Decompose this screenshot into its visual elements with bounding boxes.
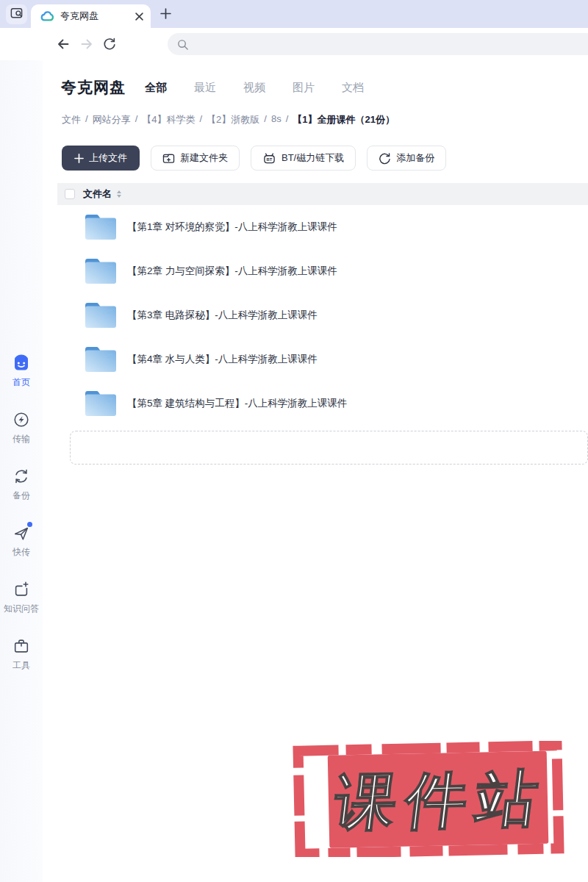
- category-tabs: 全部 最近 视频 图片 文档: [145, 81, 364, 95]
- main-content: 夸克网盘 全部 最近 视频 图片 文档 文件 / 网站分享 / 【4】科学类 /…: [43, 60, 588, 465]
- add-backup-label: 添加备份: [396, 151, 434, 165]
- browser-toolbar: [0, 28, 588, 60]
- breadcrumb-separator: /: [85, 113, 88, 126]
- sidebar-item-label: 工具: [12, 659, 30, 672]
- tab-recent[interactable]: 最近: [194, 81, 216, 95]
- upload-dropzone[interactable]: [70, 431, 588, 465]
- home-smile-icon: [12, 354, 31, 373]
- file-row[interactable]: 【第4章 水与人类】-八上科学浙教上课课件: [57, 337, 588, 381]
- action-buttons: 上传文件 新建文件夹 BT BT/磁力链下载: [62, 146, 588, 171]
- folder-icon: [83, 389, 118, 418]
- breadcrumb-separator: /: [286, 113, 289, 126]
- address-bar[interactable]: [168, 33, 588, 55]
- bt-magnet-download-label: BT/磁力链下载: [282, 151, 344, 165]
- file-row[interactable]: 【第5章 建筑结构与工程】-八上科学浙教上课课件: [57, 381, 588, 426]
- breadcrumb-item[interactable]: 【2】浙教版: [207, 113, 259, 126]
- plus-icon: [159, 7, 172, 23]
- tab-search-button[interactable]: [6, 4, 27, 24]
- new-folder-button[interactable]: 新建文件夹: [151, 146, 240, 171]
- stamp-fill: [328, 751, 549, 848]
- breadcrumb-item[interactable]: 8s: [271, 113, 282, 126]
- file-name: 【第1章 对环境的察觉】-八上科学浙教上课课件: [127, 220, 337, 234]
- file-name: 【第5章 建筑结构与工程】-八上科学浙教上课课件: [127, 397, 347, 410]
- sidebar-item-label: 备份: [12, 490, 30, 502]
- tab-image[interactable]: 图片: [293, 81, 315, 95]
- quark-cloud-logo-icon: [40, 10, 54, 24]
- backup-sync-icon: [12, 467, 30, 486]
- new-tab-button[interactable]: [156, 6, 175, 24]
- sidebar-item-transfer[interactable]: 传输: [0, 410, 43, 445]
- sort-arrows-icon[interactable]: [117, 190, 121, 198]
- new-folder-label: 新建文件夹: [180, 151, 228, 165]
- sidebar-item-label: 首页: [12, 376, 30, 389]
- file-name: 【第4章 水与人类】-八上科学浙教上课课件: [127, 353, 318, 366]
- file-name: 【第2章 力与空间探索】-八上科学浙教上课课件: [127, 265, 337, 278]
- filename-column-header: 文件名: [83, 187, 112, 201]
- stamp-border: [298, 745, 559, 853]
- tab-title: 夸克网盘: [60, 10, 129, 23]
- refresh-icon: [102, 37, 116, 51]
- bt-robot-icon: BT: [262, 152, 276, 165]
- folder-icon: [83, 212, 118, 242]
- sidebar-item-quick-send[interactable]: 快传: [0, 523, 43, 559]
- arrow-left-icon: [56, 37, 71, 51]
- browser-tab[interactable]: 夸克网盘: [31, 4, 151, 28]
- sidebar-item-knowledge-qa[interactable]: 知识问答: [0, 580, 43, 615]
- browser-window: 夸克网盘: [0, 0, 588, 882]
- breadcrumb-item[interactable]: 网站分享: [93, 113, 131, 126]
- folder-plus-icon: [162, 153, 175, 164]
- breadcrumb-separator: /: [199, 113, 202, 126]
- breadcrumb: 文件 / 网站分享 / 【4】科学类 / 【2】浙教版 / 8s / 【1】全册…: [62, 113, 588, 126]
- breadcrumb-separator: /: [264, 113, 267, 126]
- add-backup-button[interactable]: 添加备份: [367, 146, 446, 171]
- breadcrumb-item[interactable]: 文件: [62, 113, 81, 126]
- search-icon: [176, 38, 189, 51]
- plus-icon: [74, 154, 84, 163]
- breadcrumb-separator: /: [135, 113, 138, 126]
- upload-file-label: 上传文件: [89, 151, 127, 165]
- quick-send-icon: [12, 523, 30, 542]
- select-all-checkbox[interactable]: [65, 189, 75, 199]
- watermark-stamp: 课件站: [292, 741, 565, 860]
- page-title: 夸克网盘: [61, 77, 126, 98]
- window-search-icon: [10, 6, 24, 23]
- sidebar-item-backup[interactable]: 备份: [0, 467, 43, 502]
- breadcrumb-current: 【1】全册课件（21份）: [293, 113, 395, 126]
- back-button[interactable]: [56, 37, 71, 54]
- breadcrumb-item[interactable]: 【4】科学类: [142, 113, 195, 126]
- sidebar-item-label: 知识问答: [4, 603, 39, 615]
- folder-icon: [83, 345, 118, 374]
- refresh-button[interactable]: [102, 37, 116, 54]
- tab-all[interactable]: 全部: [145, 81, 167, 95]
- folder-icon: [83, 301, 118, 330]
- tab-video[interactable]: 视频: [243, 81, 265, 95]
- browser-tab-bar: 夸克网盘: [0, 0, 588, 28]
- file-row[interactable]: 【第1章 对环境的察觉】-八上科学浙教上课课件: [57, 205, 588, 249]
- bt-magnet-download-button[interactable]: BT BT/磁力链下载: [251, 146, 356, 171]
- sidebar-item-label: 传输: [12, 433, 30, 445]
- file-list-header: 文件名: [57, 183, 588, 205]
- upload-file-button[interactable]: 上传文件: [62, 146, 140, 171]
- toolbox-icon: [12, 637, 30, 656]
- file-name: 【第3章 电路探秘】-八上科学浙教上课课件: [127, 309, 318, 322]
- sidebar-item-tools[interactable]: 工具: [0, 637, 43, 672]
- arrow-right-icon: [79, 37, 94, 51]
- folder-icon: [83, 257, 118, 286]
- knowledge-qa-icon: [12, 580, 30, 599]
- notification-badge: [27, 522, 32, 527]
- file-row[interactable]: 【第3章 电路探秘】-八上科学浙教上课课件: [57, 293, 588, 337]
- svg-text:BT: BT: [267, 157, 273, 161]
- sidebar: 首页 传输 备份: [0, 60, 43, 882]
- file-list: 【第1章 对环境的察觉】-八上科学浙教上课课件 【第2章 力与空间探索】-八上科…: [43, 205, 588, 426]
- sync-icon: [379, 152, 391, 165]
- sidebar-item-label: 快传: [12, 546, 30, 559]
- stamp-text: 课件站: [329, 764, 551, 837]
- tab-document[interactable]: 文档: [342, 81, 364, 95]
- sidebar-item-home[interactable]: 首页: [0, 354, 43, 389]
- forward-button[interactable]: [79, 37, 94, 54]
- file-row[interactable]: 【第2章 力与空间探索】-八上科学浙教上课课件: [57, 249, 588, 293]
- close-icon[interactable]: [135, 12, 143, 21]
- transfer-bolt-icon: [12, 410, 30, 429]
